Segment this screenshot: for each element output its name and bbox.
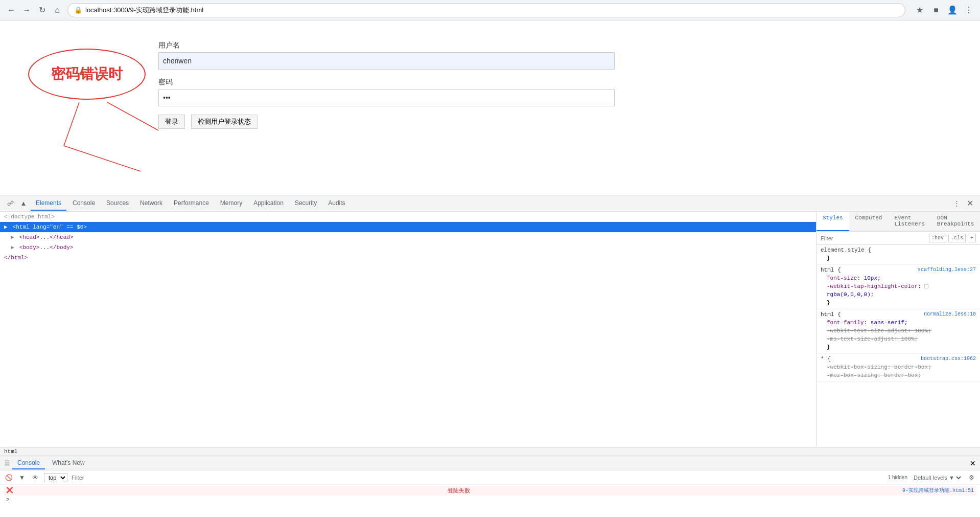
svg-line-1 [64, 102, 79, 146]
devtools-close-button[interactable]: ✕ [964, 197, 976, 210]
error-icon: ❌ [6, 487, 13, 494]
html-rule2-source[interactable]: normalize.less:10 [924, 311, 976, 317]
prop-font-family-name: font-family [827, 320, 864, 326]
console-filter-input[interactable] [72, 475, 884, 481]
head-ellipsis: ... [39, 234, 50, 240]
console-clear-btn[interactable]: 🚫 [4, 473, 13, 482]
console-close-btn[interactable]: ✕ [970, 459, 976, 467]
html-eq0: == $0 [63, 224, 84, 230]
svg-line-0 [107, 102, 158, 130]
html-rule1-source[interactable]: scaffolding.less:27 [918, 267, 976, 273]
element-style-selector: element.style { [821, 247, 976, 253]
html-rule1-text: html { [821, 267, 841, 273]
device-mode-button[interactable]: ▲ [17, 197, 30, 210]
styles-tab-styles[interactable]: Styles [816, 212, 849, 231]
html-rule2-close: } [821, 343, 976, 351]
pseudo-hov[interactable]: :hov [929, 234, 946, 242]
styles-filter-input[interactable] [821, 235, 927, 241]
body-ellipsis: ... [39, 244, 50, 251]
console-level-select[interactable]: Default levels ▼ [912, 474, 963, 481]
star-rule-source[interactable]: bootstrap.css:1062 [921, 356, 976, 362]
username-input[interactable] [158, 52, 615, 70]
elements-html-close[interactable]: </html> [0, 253, 816, 263]
prop-moz-box-value: border-box; [884, 372, 921, 378]
error-text: 登陆失败 [448, 487, 470, 494]
page-content: 密码错误时 用户名 密码 登录 检测用户登录状态 [0, 20, 980, 184]
console-area: ☰ Console What's New ✕ 🚫 ▼ 👁 top 1 hidde… [0, 456, 980, 517]
password-input[interactable] [158, 89, 615, 106]
prop-font-size-name: font-size [827, 275, 857, 281]
elements-body[interactable]: ▶ <body>...</body> [0, 242, 816, 253]
profile-button[interactable]: 👤 [946, 4, 959, 16]
html-attr-val: en [53, 224, 60, 230]
browser-bar: ← → ↻ ⌂ 🔒 localhost:3000/9-实现跨域登录功能.html… [0, 0, 980, 20]
console-prompt[interactable]: > [4, 496, 976, 504]
prop-ms-text-name: -ms-text-size-adjust: 100%; [827, 336, 918, 342]
star-rule-selector: * { bootstrap.css:1062 [821, 356, 976, 362]
elements-head[interactable]: ▶ <head>...</head> [0, 232, 816, 242]
elements-panel: <!doctype html> ▶ <html lang="en" == $0>… [0, 212, 816, 447]
annotation-text: 密码错误时 [51, 64, 123, 84]
tab-memory[interactable]: Memory [215, 196, 247, 211]
tab-sources[interactable]: Sources [101, 196, 134, 211]
address-bar[interactable]: 🔒 localhost:3000/9-实现跨域登录功能.html [67, 3, 905, 17]
login-button[interactable]: 登录 [158, 115, 185, 129]
tab-network[interactable]: Network [135, 196, 168, 211]
back-button[interactable]: ← [5, 4, 17, 16]
prop-webkit-box-value: border-box; [894, 364, 931, 370]
form-section: 用户名 密码 登录 检测用户登录状态 [158, 41, 827, 129]
prompt-symbol: > [6, 497, 10, 503]
tab-application[interactable]: Application [248, 196, 289, 211]
head-tag: <head> [19, 234, 40, 240]
html-rule2-section: html { normalize.less:10 font-family: sa… [816, 309, 980, 354]
styles-panel: Styles Computed Event Listeners DOM Brea… [816, 212, 980, 447]
password-group: 密码 [158, 78, 827, 106]
tab-performance[interactable]: Performance [169, 196, 214, 211]
console-toolbar: 🚫 ▼ 👁 top 1 hidden Default levels ▼ ⚙ [0, 470, 980, 485]
nav-buttons: ← → ↻ ⌂ [5, 4, 63, 16]
html-rule2-selector: html { normalize.less:10 [821, 311, 976, 318]
tab-elements[interactable]: Elements [31, 196, 66, 211]
console-eye-btn[interactable]: 👁 [31, 473, 40, 482]
url-text: localhost:3000/9-实现跨域登录功能.html [85, 6, 203, 15]
doctype-text: <!doctype html> [4, 214, 55, 220]
prop-font-size-value: 10px; [864, 275, 881, 281]
console-tab-console[interactable]: Console [12, 457, 45, 469]
tab-audits[interactable]: Audits [323, 196, 350, 211]
tab-security[interactable]: Security [290, 196, 322, 211]
reload-button[interactable]: ↻ [36, 4, 48, 16]
elements-html[interactable]: ▶ <html lang="en" == $0> [0, 222, 816, 232]
elements-doctype[interactable]: <!doctype html> [0, 212, 816, 222]
console-filter-btn[interactable]: ▼ [17, 473, 27, 482]
styles-tab-computed[interactable]: Computed [849, 212, 889, 231]
menu-button[interactable]: ⋮ [963, 4, 975, 16]
tab-console[interactable]: Console [67, 196, 100, 211]
devtools-more-button[interactable]: ⋮ [950, 197, 963, 210]
star-prop1: -webkit-box-sizing: border-box; [821, 363, 976, 371]
console-menu-icon[interactable]: ☰ [4, 459, 10, 467]
forward-button[interactable]: → [20, 4, 33, 16]
console-tab-whats-new[interactable]: What's New [47, 457, 90, 469]
check-button[interactable]: 检测用户登录状态 [191, 115, 258, 129]
prop-moz-box-name-text: -moz-box-sizing [827, 372, 877, 378]
inspect-element-button[interactable]: ☍ [4, 197, 16, 210]
extensions-button[interactable]: ■ [930, 4, 942, 16]
html-rule2-prop2: -webkit-text-size-adjust: 100%; [821, 327, 976, 335]
styles-tab-event-listeners[interactable]: Event Listeners [888, 212, 930, 231]
pseudo-cls[interactable]: .cls [948, 234, 966, 242]
elements-breadcrumb: html [0, 447, 980, 456]
console-settings-btn[interactable]: ⚙ [967, 473, 976, 482]
console-context-select[interactable]: top [44, 473, 67, 482]
html-tag-close: > [83, 224, 87, 230]
hidden-count-text: 1 hidden [888, 475, 907, 480]
html-equals: =" [46, 224, 53, 230]
devtools-panel: ☍ ▲ Elements Console Sources Network Per… [0, 195, 980, 517]
add-style-plus[interactable]: + [968, 234, 976, 242]
home-button[interactable]: ⌂ [51, 4, 63, 16]
prop-webkit-text-name: -webkit-text-size-adjust: 100%; [827, 328, 931, 334]
error-source[interactable]: 9-实现跨域登录功能.html:51 [902, 487, 974, 494]
lock-icon: 🔒 [74, 6, 82, 14]
styles-tab-dom-breakpoints[interactable]: DOM Breakpoints [931, 212, 980, 231]
star-button[interactable]: ★ [914, 4, 926, 16]
html-rule2-text: html { [821, 311, 841, 318]
